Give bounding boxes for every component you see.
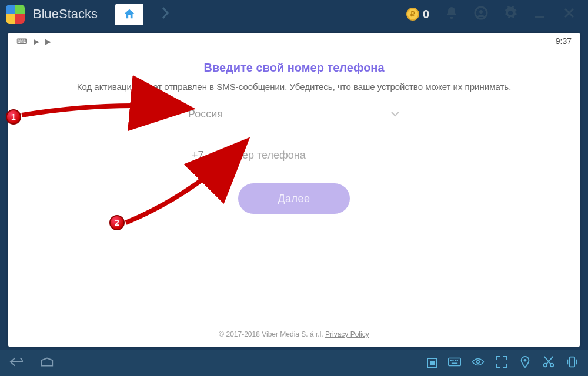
coin-counter[interactable]: ₽ 0 — [406, 8, 429, 21]
home-button[interactable] — [40, 357, 54, 370]
svg-rect-4 — [450, 360, 452, 361]
eye-icon — [472, 355, 485, 368]
titlebar: BlueStacks ₽ 0 — [0, 0, 588, 28]
keyboard-button[interactable] — [448, 355, 461, 371]
page-heading: Введите свой номер телефона — [203, 61, 384, 75]
fullscreen-button[interactable] — [495, 355, 508, 371]
bell-icon — [445, 6, 459, 20]
navbar-right — [427, 355, 579, 371]
android-statusbar: ⌨ ▶ ▶ 9:37 — [8, 33, 580, 49]
phone-input[interactable] — [222, 149, 400, 164]
chevron-right-icon — [161, 6, 169, 19]
location-pin-icon — [519, 355, 532, 368]
toggle-active-icon — [427, 358, 437, 368]
close-button[interactable] — [562, 6, 576, 22]
play-status-icon: ▶ — [45, 37, 51, 46]
fullscreen-icon — [495, 355, 508, 368]
svg-point-9 — [477, 361, 480, 364]
svg-rect-13 — [570, 357, 574, 367]
back-icon — [9, 357, 24, 367]
user-circle-icon — [474, 6, 488, 20]
phone-row: +7 — [188, 149, 400, 164]
country-select[interactable]: Россия — [188, 108, 400, 123]
minimize-button[interactable] — [533, 6, 547, 22]
svg-rect-2 — [535, 16, 544, 18]
next-button[interactable]: Далее — [238, 183, 350, 214]
keyboard-icon — [448, 355, 461, 368]
tabs-overflow-button[interactable] — [155, 3, 175, 26]
visibility-button[interactable] — [472, 355, 485, 371]
navbar-left — [9, 357, 54, 370]
minimize-icon — [533, 6, 547, 20]
flag-status-icon: ▶ — [34, 37, 39, 46]
toggle-button[interactable] — [427, 358, 437, 368]
phone-shake-icon — [566, 355, 579, 368]
home-icon — [123, 8, 136, 21]
brand-label: BlueStacks — [33, 6, 98, 22]
statusbar-clock: 9:37 — [556, 36, 572, 46]
svg-rect-5 — [452, 360, 453, 361]
svg-point-10 — [524, 359, 527, 362]
shake-button[interactable] — [566, 355, 579, 371]
svg-rect-6 — [455, 360, 456, 361]
account-button[interactable] — [474, 6, 488, 22]
svg-point-1 — [479, 10, 483, 14]
back-button[interactable] — [9, 357, 24, 370]
home-nav-icon — [40, 357, 54, 367]
country-value: Россия — [188, 108, 390, 120]
page-subtext: Код активации будет отправлен в SMS-сооб… — [54, 82, 535, 92]
footer-copyright: © 2017-2018 Viber Media S. á r.l. — [219, 330, 325, 338]
statusbar-icons: ⌨ ▶ ▶ — [16, 37, 51, 46]
emulator-screen: ⌨ ▶ ▶ 9:37 Введите свой номер телефона К… — [8, 33, 580, 347]
android-navbar — [0, 350, 588, 376]
svg-rect-3 — [449, 358, 461, 365]
gear-icon — [503, 6, 517, 20]
location-button[interactable] — [519, 355, 532, 371]
titlebar-actions: ₽ 0 — [406, 6, 576, 22]
coin-icon: ₽ — [406, 8, 419, 21]
bluestacks-logo-icon — [6, 5, 25, 24]
keyboard-status-icon: ⌨ — [16, 37, 28, 46]
notifications-button[interactable] — [445, 6, 459, 22]
footer: © 2017-2018 Viber Media S. á r.l. Privac… — [8, 330, 580, 338]
close-icon — [562, 6, 576, 20]
coin-value: 0 — [423, 8, 429, 21]
chevron-down-icon — [390, 109, 400, 120]
svg-rect-7 — [457, 360, 458, 361]
privacy-link[interactable]: Privacy Policy — [325, 330, 369, 338]
dial-code: +7 — [188, 149, 208, 164]
settings-button[interactable] — [503, 6, 517, 22]
home-tab[interactable] — [115, 4, 143, 25]
signup-content: Введите свой номер телефона Код активаци… — [8, 49, 580, 347]
cut-button[interactable] — [542, 355, 555, 371]
svg-rect-8 — [452, 362, 457, 364]
scissors-icon — [542, 355, 555, 368]
